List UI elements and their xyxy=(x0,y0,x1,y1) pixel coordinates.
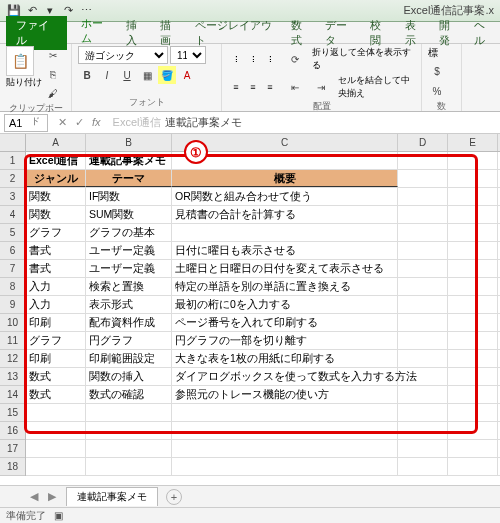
cell[interactable] xyxy=(398,152,448,169)
cell[interactable] xyxy=(448,242,498,259)
cell[interactable] xyxy=(172,458,398,475)
cell[interactable] xyxy=(448,152,498,169)
row-header[interactable]: 12 xyxy=(0,350,25,368)
tab-page-layout[interactable]: ページレイアウト xyxy=(195,18,277,48)
cell[interactable] xyxy=(398,188,448,205)
cell[interactable] xyxy=(86,440,172,457)
row-header[interactable]: 1 xyxy=(0,152,25,170)
number-format-std[interactable]: 標 xyxy=(428,46,455,60)
cell[interactable]: 概要 xyxy=(172,170,398,187)
cell[interactable]: 数式の確認 xyxy=(86,386,172,403)
cell[interactable]: 書式 xyxy=(26,260,86,277)
tab-nav-prev-icon[interactable]: ◀ xyxy=(30,490,38,503)
tab-draw[interactable]: 描画 xyxy=(160,18,181,48)
row-header[interactable]: 2 xyxy=(0,170,25,188)
cell[interactable] xyxy=(86,458,172,475)
wrap-text-button[interactable]: 折り返して全体を表示する xyxy=(312,46,415,72)
cell[interactable]: 数式 xyxy=(26,386,86,403)
row-header[interactable]: 14 xyxy=(0,386,25,404)
cell[interactable]: 数式 xyxy=(26,368,86,385)
enter-icon[interactable]: ✓ xyxy=(75,116,84,129)
cell[interactable]: IF関数 xyxy=(86,188,172,205)
cell[interactable] xyxy=(448,332,498,349)
copy-icon[interactable]: ⎘ xyxy=(44,65,62,83)
align-bottom-icon[interactable]: ⫶ xyxy=(262,52,278,66)
cell[interactable]: 関数の挿入 xyxy=(86,368,172,385)
cell[interactable] xyxy=(26,440,86,457)
cell[interactable] xyxy=(448,170,498,187)
border-button[interactable]: ▦ xyxy=(138,66,156,84)
cell[interactable]: 日付に曜日も表示させる xyxy=(172,242,398,259)
cell[interactable]: 印刷 xyxy=(26,314,86,331)
cell[interactable] xyxy=(26,404,86,421)
cell[interactable] xyxy=(448,314,498,331)
row-header[interactable]: 6 xyxy=(0,242,25,260)
row-header[interactable]: 9 xyxy=(0,296,25,314)
align-middle-icon[interactable]: ⫶ xyxy=(245,52,261,66)
cell[interactable]: 配布資料作成 xyxy=(86,314,172,331)
col-header[interactable]: D xyxy=(398,134,448,151)
tab-insert[interactable]: 挿入 xyxy=(126,18,147,48)
cell[interactable] xyxy=(398,242,448,259)
row-header[interactable]: 5 xyxy=(0,224,25,242)
font-size-select[interactable]: 11 xyxy=(170,46,206,64)
row-header[interactable]: 16 xyxy=(0,422,25,440)
cell[interactable] xyxy=(448,422,498,439)
underline-button[interactable]: U xyxy=(118,66,136,84)
cell[interactable] xyxy=(398,404,448,421)
merge-center-button[interactable]: セルを結合して中央揃え xyxy=(338,74,415,100)
tab-developer[interactable]: 開発 xyxy=(439,18,460,48)
cell[interactable]: ジャンル xyxy=(26,170,86,187)
cell[interactable] xyxy=(398,296,448,313)
cell[interactable] xyxy=(448,458,498,475)
cell[interactable] xyxy=(398,206,448,223)
cell[interactable]: テーマ xyxy=(86,170,172,187)
cell[interactable]: グラフの基本 xyxy=(86,224,172,241)
cell[interactable] xyxy=(398,224,448,241)
cell[interactable] xyxy=(448,386,498,403)
paste-icon[interactable]: 📋 xyxy=(6,46,34,76)
tab-view[interactable]: 表示 xyxy=(405,18,426,48)
name-box[interactable]: A1 xyxy=(4,114,48,132)
cell[interactable] xyxy=(448,350,498,367)
cell[interactable] xyxy=(448,296,498,313)
row-header[interactable]: 3 xyxy=(0,188,25,206)
tab-data[interactable]: データ xyxy=(325,18,356,48)
cell[interactable] xyxy=(172,224,398,241)
cell[interactable] xyxy=(26,458,86,475)
col-header[interactable]: E xyxy=(448,134,498,151)
cell[interactable] xyxy=(398,314,448,331)
cell[interactable] xyxy=(448,278,498,295)
cell[interactable] xyxy=(448,260,498,277)
cell[interactable] xyxy=(86,422,172,439)
currency-icon[interactable]: $ xyxy=(428,62,446,80)
row-header[interactable]: 10 xyxy=(0,314,25,332)
cell[interactable] xyxy=(398,332,448,349)
cell[interactable] xyxy=(398,278,448,295)
add-sheet-button[interactable]: + xyxy=(166,489,182,505)
cell[interactable]: 関数 xyxy=(26,188,86,205)
cell[interactable] xyxy=(398,422,448,439)
cell[interactable]: 印刷 xyxy=(26,350,86,367)
cell[interactable]: 最初の桁に0を入力する xyxy=(172,296,398,313)
row-header[interactable]: 17 xyxy=(0,440,25,458)
cell[interactable] xyxy=(448,188,498,205)
row-header[interactable]: 7 xyxy=(0,260,25,278)
cell[interactable]: グラフ xyxy=(26,332,86,349)
cell[interactable] xyxy=(398,260,448,277)
cell[interactable]: ユーザー定義 xyxy=(86,242,172,259)
formula-input[interactable]: Excel通信 連載記事案メモ xyxy=(113,115,500,130)
tab-review[interactable]: 校閲 xyxy=(370,18,391,48)
cell[interactable]: 入力 xyxy=(26,278,86,295)
fx-icon[interactable]: fx xyxy=(92,116,101,129)
row-header[interactable]: 8 xyxy=(0,278,25,296)
tab-formulas[interactable]: 数式 xyxy=(291,18,312,48)
row-header[interactable]: 4 xyxy=(0,206,25,224)
cell[interactable]: 連載記事案メモ xyxy=(86,152,172,169)
cell[interactable]: 見積書の合計を計算する xyxy=(172,206,398,223)
cancel-icon[interactable]: ✕ xyxy=(58,116,67,129)
cell[interactable]: 大きな表を1枚の用紙に印刷する xyxy=(172,350,398,367)
cell[interactable] xyxy=(448,440,498,457)
cell[interactable]: ダイアログボックスを使って数式を入力する方法 xyxy=(172,368,398,385)
cell[interactable]: 書式 xyxy=(26,242,86,259)
